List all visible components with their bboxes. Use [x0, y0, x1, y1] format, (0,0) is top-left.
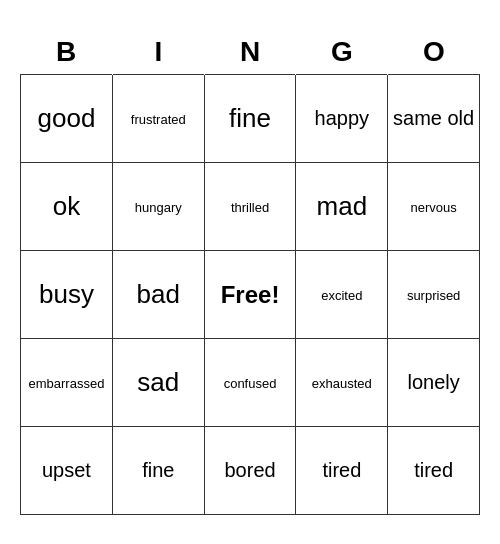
bingo-header-O: O	[388, 29, 480, 75]
bingo-card: BINGO goodfrustratedfinehappysame oldokh…	[20, 29, 480, 516]
bingo-cell-r3-c1: sad	[112, 339, 204, 427]
bingo-cell-r0-c2: fine	[204, 75, 296, 163]
cell-text: happy	[315, 107, 370, 129]
bingo-cell-r3-c2: confused	[204, 339, 296, 427]
table-row: busybadFree!excitedsurprised	[21, 251, 480, 339]
bingo-cell-r1-c3: mad	[296, 163, 388, 251]
cell-text: sad	[137, 367, 179, 397]
cell-text: fine	[229, 103, 271, 133]
bingo-header-N: N	[204, 29, 296, 75]
bingo-cell-r3-c4: lonely	[388, 339, 480, 427]
bingo-header-I: I	[112, 29, 204, 75]
cell-text: bad	[137, 279, 180, 309]
cell-text: upset	[42, 459, 91, 481]
bingo-cell-r2-c4: surprised	[388, 251, 480, 339]
cell-text: confused	[224, 376, 277, 391]
cell-text: busy	[39, 279, 94, 309]
cell-text: tired	[414, 459, 453, 481]
cell-text: mad	[317, 191, 368, 221]
bingo-cell-r0-c4: same old	[388, 75, 480, 163]
bingo-cell-r4-c1: fine	[112, 427, 204, 515]
table-row: okhungarythrilledmadnervous	[21, 163, 480, 251]
cell-text: ok	[53, 191, 80, 221]
bingo-cell-r3-c0: embarrassed	[21, 339, 113, 427]
bingo-cell-r4-c2: bored	[204, 427, 296, 515]
cell-text: frustrated	[131, 112, 186, 127]
bingo-cell-r3-c3: exhausted	[296, 339, 388, 427]
cell-text: exhausted	[312, 376, 372, 391]
bingo-header-B: B	[21, 29, 113, 75]
cell-text: same old	[393, 107, 474, 129]
bingo-cell-r2-c0: busy	[21, 251, 113, 339]
table-row: goodfrustratedfinehappysame old	[21, 75, 480, 163]
bingo-cell-r2-c3: excited	[296, 251, 388, 339]
bingo-cell-r1-c0: ok	[21, 163, 113, 251]
table-row: embarrassedsadconfusedexhaustedlonely	[21, 339, 480, 427]
cell-text: nervous	[410, 200, 456, 215]
cell-text: good	[38, 103, 96, 133]
bingo-cell-r2-c2: Free!	[204, 251, 296, 339]
bingo-cell-r4-c4: tired	[388, 427, 480, 515]
bingo-header-G: G	[296, 29, 388, 75]
cell-text: Free!	[221, 281, 280, 308]
bingo-cell-r4-c0: upset	[21, 427, 113, 515]
cell-text: tired	[322, 459, 361, 481]
table-row: upsetfineboredtiredtired	[21, 427, 480, 515]
cell-text: fine	[142, 459, 174, 481]
bingo-cell-r4-c3: tired	[296, 427, 388, 515]
cell-text: hungary	[135, 200, 182, 215]
cell-text: excited	[321, 288, 362, 303]
bingo-cell-r0-c0: good	[21, 75, 113, 163]
bingo-cell-r1-c1: hungary	[112, 163, 204, 251]
cell-text: thrilled	[231, 200, 269, 215]
cell-text: surprised	[407, 288, 460, 303]
bingo-cell-r0-c3: happy	[296, 75, 388, 163]
cell-text: embarrassed	[29, 376, 105, 391]
bingo-cell-r0-c1: frustrated	[112, 75, 204, 163]
cell-text: bored	[224, 459, 275, 481]
bingo-cell-r2-c1: bad	[112, 251, 204, 339]
bingo-cell-r1-c4: nervous	[388, 163, 480, 251]
cell-text: lonely	[407, 371, 459, 393]
bingo-cell-r1-c2: thrilled	[204, 163, 296, 251]
